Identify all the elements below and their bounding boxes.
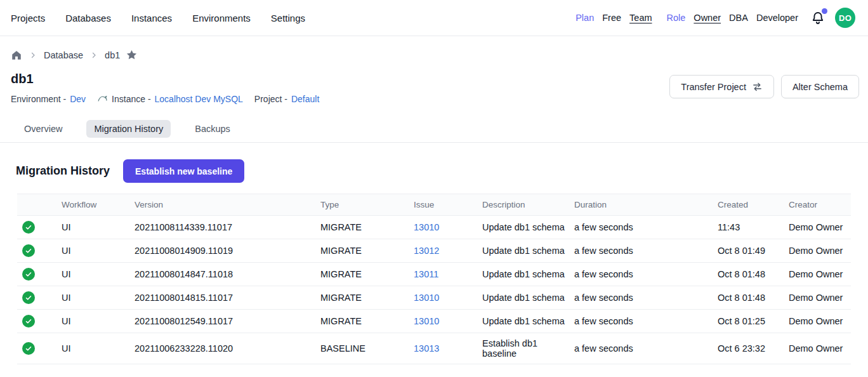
breadcrumb: Database db1 <box>0 36 868 61</box>
cell-creator: Demo Owner <box>789 239 851 263</box>
cell-created: Oct 8 01:49 <box>718 239 789 263</box>
migration-history-section: Migration History Establish new baseline <box>16 159 868 183</box>
issue-link[interactable]: 13012 <box>414 246 439 256</box>
nav-item-environments[interactable]: Environments <box>192 13 251 23</box>
cell-description: Establish db1 baseline <box>482 333 574 364</box>
home-icon[interactable] <box>11 50 22 61</box>
header-actions: Transfer Project Alter Schema <box>669 75 859 98</box>
cell-duration: a few seconds <box>574 263 718 286</box>
mysql-instance-icon <box>97 93 108 104</box>
cell-workflow: UI <box>62 216 135 239</box>
cell-type: MIGRATE <box>320 310 414 333</box>
col-type: Type <box>320 194 414 216</box>
cell-type: MIGRATE <box>320 239 414 263</box>
cell-workflow: UI <box>62 310 135 333</box>
environment-link[interactable]: Dev <box>70 94 86 104</box>
favorite-star-icon[interactable] <box>126 49 138 61</box>
table-header-row: Workflow Version Type Issue Description … <box>17 194 851 216</box>
col-version: Version <box>135 194 320 216</box>
cell-created: Oct 8 01:48 <box>718 263 789 286</box>
role-dba-option[interactable]: DBA <box>729 13 748 23</box>
cell-description: Update db1 schema <box>482 310 574 333</box>
role-owner-option[interactable]: Owner <box>694 13 721 23</box>
notifications-bell-icon[interactable] <box>810 10 827 26</box>
project-link[interactable]: Default <box>291 94 319 104</box>
transfer-project-button[interactable]: Transfer Project <box>669 75 774 98</box>
col-description: Description <box>482 194 574 216</box>
breadcrumb-database[interactable]: Database <box>44 50 83 60</box>
cell-created: 11:43 <box>718 216 789 239</box>
issue-link[interactable]: 13013 <box>414 343 439 354</box>
nav-right-cluster: Plan Free Team Role Owner DBA Developer … <box>575 8 855 28</box>
col-issue: Issue <box>414 194 482 216</box>
issue-link[interactable]: 13010 <box>414 222 439 232</box>
cell-type: MIGRATE <box>320 263 414 286</box>
cell-creator: Demo Owner <box>789 310 851 333</box>
instance-label: Instance - <box>112 94 150 104</box>
migration-history-table: Workflow Version Type Issue Description … <box>17 194 851 364</box>
success-status-icon <box>22 291 35 304</box>
role-label: Role <box>667 13 686 23</box>
alter-schema-button[interactable]: Alter Schema <box>781 75 859 98</box>
issue-link[interactable]: 13011 <box>414 269 438 279</box>
cell-description: Update db1 schema <box>482 286 574 310</box>
tab-backups[interactable]: Backups <box>187 120 238 138</box>
table-row[interactable]: UI 20211008012549.11017 MIGRATE 13010 Up… <box>17 310 851 333</box>
success-status-icon <box>22 244 35 257</box>
tabs-bar: Overview Migration History Backups <box>0 120 868 143</box>
nav-item-projects[interactable]: Projects <box>11 13 45 23</box>
cell-description: Update db1 schema <box>482 263 574 286</box>
establish-baseline-button[interactable]: Establish new baseline <box>123 159 244 183</box>
transfer-project-label: Transfer Project <box>681 82 746 92</box>
col-duration: Duration <box>574 194 718 216</box>
environment-label: Environment - <box>11 94 66 104</box>
col-workflow: Workflow <box>62 194 135 216</box>
success-status-icon <box>22 315 35 327</box>
top-navbar: Projects Databases Instances Environment… <box>0 0 868 36</box>
cell-workflow: UI <box>62 333 135 364</box>
nav-item-databases[interactable]: Databases <box>65 13 111 23</box>
success-status-icon <box>22 221 35 234</box>
nav-item-instances[interactable]: Instances <box>131 13 172 23</box>
cell-workflow: UI <box>62 286 135 310</box>
cell-creator: Demo Owner <box>789 216 851 239</box>
section-title: Migration History <box>16 164 110 178</box>
cell-version: 20211008014909.11019 <box>135 239 320 263</box>
col-created: Created <box>718 194 789 216</box>
nav-item-settings[interactable]: Settings <box>271 13 305 23</box>
cell-version: 20211008114339.11017 <box>135 216 320 239</box>
main-nav: Projects Databases Instances Environment… <box>11 13 305 23</box>
chevron-right-icon <box>29 51 37 59</box>
tab-overview[interactable]: Overview <box>16 120 70 138</box>
transfer-arrows-icon <box>752 81 763 92</box>
cell-type: BASELINE <box>320 333 414 364</box>
table-row[interactable]: UI 20211008014815.11017 MIGRATE 13010 Up… <box>17 286 851 310</box>
instance-link[interactable]: Localhost Dev MySQL <box>155 94 243 104</box>
cell-type: MIGRATE <box>320 286 414 310</box>
cell-description: Update db1 schema <box>482 216 574 239</box>
breadcrumb-current: db1 <box>105 50 120 60</box>
alter-schema-label: Alter Schema <box>792 82 848 92</box>
role-developer-option[interactable]: Developer <box>756 13 798 23</box>
issue-link[interactable]: 13010 <box>414 316 439 326</box>
cell-duration: a few seconds <box>574 333 718 364</box>
cell-creator: Demo Owner <box>789 263 851 286</box>
cell-workflow: UI <box>62 263 135 286</box>
cell-duration: a few seconds <box>574 239 718 263</box>
table-row[interactable]: UI 20211008014847.11018 MIGRATE 13011 Up… <box>17 263 851 286</box>
col-status <box>17 194 62 216</box>
cell-version: 20211008014847.11018 <box>135 263 320 286</box>
table-row[interactable]: UI 20211008014909.11019 MIGRATE 13012 Up… <box>17 239 851 263</box>
plan-team-option[interactable]: Team <box>629 13 652 23</box>
cell-duration: a few seconds <box>574 286 718 310</box>
plan-free-option[interactable]: Free <box>602 13 621 23</box>
user-avatar[interactable]: DO <box>835 8 855 28</box>
cell-version: 20211008014815.11017 <box>135 286 320 310</box>
cell-description: Update db1 schema <box>482 239 574 263</box>
issue-link[interactable]: 13010 <box>414 293 439 303</box>
tab-migration-history[interactable]: Migration History <box>86 120 171 138</box>
table-row[interactable]: UI 20211006233228.11020 BASELINE 13013 E… <box>17 333 851 364</box>
cell-version: 20211008012549.11017 <box>135 310 320 333</box>
success-status-icon <box>22 342 35 355</box>
table-row[interactable]: UI 20211008114339.11017 MIGRATE 13010 Up… <box>17 216 851 239</box>
